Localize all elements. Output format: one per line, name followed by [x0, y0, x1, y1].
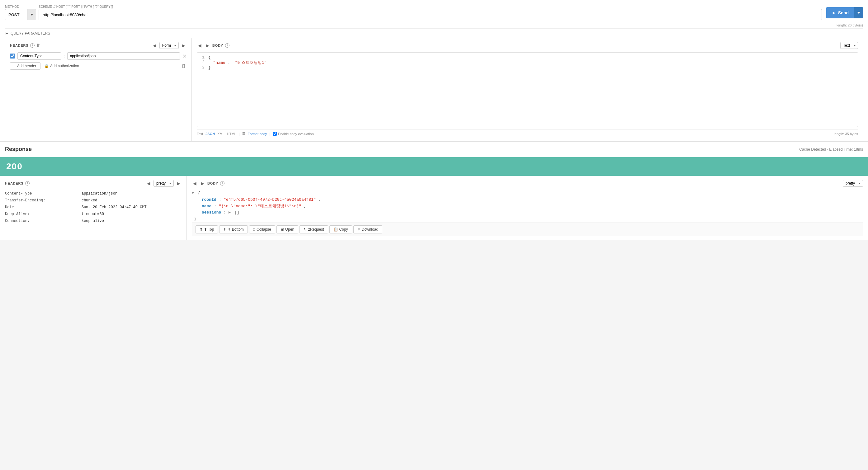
header-key-keep-alive: Keep-Alive:: [5, 211, 82, 218]
body-info-icon[interactable]: ?: [225, 43, 229, 48]
table-row: Date: Sun, 20 Feb 2022 04:47:40 GMT: [5, 204, 182, 211]
response-headers-panel-header: HEADERS ? ◀ pretty ▶: [5, 180, 182, 187]
response-headers-collapse-left[interactable]: ◀: [146, 180, 152, 187]
format-body-icon: ☰: [242, 132, 245, 136]
header-actions: + Add header 🔒 Add authorization 🗑: [10, 62, 186, 70]
code-line-3: 3 }: [199, 65, 855, 70]
download-label: Download: [362, 227, 378, 231]
method-value: POST: [5, 12, 27, 17]
response-headers-title-group: HEADERS ?: [5, 181, 30, 186]
add-header-button[interactable]: + Add header: [10, 62, 40, 70]
headers-info-icon[interactable]: ?: [30, 43, 35, 48]
method-section: METHOD POST: [5, 5, 36, 20]
response-body-label: BODY: [207, 182, 218, 185]
query-params-bar[interactable]: ► QUERY PARAMETERS: [5, 28, 863, 38]
header-separator: :: [63, 54, 65, 59]
method-dropdown-button[interactable]: [27, 9, 36, 20]
header-val-transfer-encoding: chunked: [82, 197, 182, 204]
response-body-line-open: ▼ {: [192, 190, 863, 197]
add-auth-label: Add authorization: [50, 64, 79, 68]
method-select[interactable]: POST: [5, 9, 36, 20]
headers-format-select[interactable]: Form: [159, 42, 179, 49]
send-button[interactable]: ► Send: [826, 7, 854, 19]
top-label: ⬆ Top: [204, 227, 214, 231]
code-line-1: 1 {: [199, 55, 855, 60]
enable-body-checkbox[interactable]: [273, 132, 277, 136]
table-row: Content-Type: application/json: [5, 190, 182, 197]
enable-body-text: Enable body evaluation: [278, 132, 313, 136]
response-body-panel-header: ◀ ▶ BODY ? pretty: [192, 180, 863, 187]
table-row: Connection: keep-alive: [5, 218, 182, 224]
body-label: BODY: [212, 43, 223, 47]
to-request-button[interactable]: ↻ 2Request: [300, 225, 328, 233]
body-collapse-left-button[interactable]: ◀: [197, 42, 203, 49]
body-type-text[interactable]: Text: [197, 132, 203, 136]
body-collapse-right-button[interactable]: ▶: [205, 42, 211, 49]
header-val-keep-alive: timeout=60: [82, 211, 182, 218]
response-toolbar: ⬆ ⬆ Top ⬇ ⬇ Bottom □ Collapse ▣ Open ↻: [192, 223, 863, 236]
response-body-info-icon[interactable]: ?: [220, 181, 224, 186]
sessions-expand-icon[interactable]: ►: [228, 211, 231, 215]
collapse-arrow-icon[interactable]: ▼: [192, 191, 194, 195]
headers-delete-button[interactable]: 🗑: [182, 63, 186, 69]
header-key-transfer-encoding: Transfer-Encoding:: [5, 197, 82, 204]
copy-button[interactable]: 📋 Copy: [330, 225, 352, 233]
format-body-link[interactable]: Format body: [248, 132, 267, 136]
header-remove-button[interactable]: ✕: [182, 53, 186, 59]
body-type-html[interactable]: HTML: [227, 132, 236, 136]
body-type-xml[interactable]: XML: [217, 132, 224, 136]
top-button[interactable]: ⬆ ⬆ Top: [195, 225, 218, 233]
response-title: Response: [5, 146, 32, 153]
header-key-input[interactable]: [18, 52, 61, 60]
open-button[interactable]: ▣ Open: [276, 225, 298, 233]
copy-label: Copy: [339, 227, 348, 231]
response-body-sessions: sessions : ► []: [192, 210, 863, 216]
copy-icon: 📋: [334, 227, 338, 231]
url-section: SCHEME :// HOST [ ":" PORT ] [ PATH [ "?…: [39, 5, 822, 20]
to-request-label: 2Request: [308, 227, 324, 231]
add-authorization-button[interactable]: 🔒 Add authorization: [44, 64, 79, 68]
headers-collapse-left-button[interactable]: ◀: [152, 42, 158, 49]
header-val-connection: keep-alive: [82, 218, 182, 224]
headers-panel: HEADERS ? ⇵ ◀ Form ▶ : ✕: [5, 38, 192, 141]
header-value-input[interactable]: [67, 52, 180, 60]
headers-sort-icon[interactable]: ⇵: [36, 43, 40, 48]
response-headers-collapse-right[interactable]: ▶: [176, 180, 182, 187]
response-body-format-select[interactable]: pretty: [843, 180, 863, 187]
enable-body-label[interactable]: Enable body evaluation: [273, 132, 313, 136]
header-key-connection: Connection:: [5, 218, 82, 224]
response-body-collapse-left[interactable]: ◀: [192, 180, 198, 187]
response-headers-info-icon[interactable]: ?: [25, 181, 30, 186]
body-format-select[interactable]: Text: [840, 42, 858, 49]
response-headers-format-select[interactable]: pretty: [154, 180, 174, 187]
send-dropdown-button[interactable]: [854, 7, 863, 19]
body-footer: Text JSON XML HTML | ☰ Format body | Ena…: [197, 129, 858, 137]
headers-label: HEADERS: [10, 43, 28, 47]
collapse-label: Collapse: [256, 227, 271, 231]
headers-collapse-right-button[interactable]: ▶: [181, 42, 186, 49]
collapse-button[interactable]: □ Collapse: [249, 225, 275, 233]
headers-title-group: HEADERS ? ⇵: [10, 43, 40, 48]
response-header-bar: Response Cache Detected · Elapsed Time: …: [0, 142, 868, 157]
bottom-label: ⬇ Bottom: [227, 227, 244, 231]
collapse-icon: □: [253, 227, 255, 231]
url-input[interactable]: http://localhost:8080/chat: [39, 9, 822, 20]
send-section: x ► Send: [825, 7, 863, 19]
response-headers-label: HEADERS: [5, 182, 23, 185]
body-editor[interactable]: 1 { 2 "name": "테스트채팅방1" 3 }: [197, 52, 858, 127]
scheme-label: SCHEME :// HOST [ ":" PORT ] [ PATH [ "?…: [39, 5, 822, 8]
bottom-button[interactable]: ⬇ ⬇ Bottom: [219, 225, 248, 233]
header-checkbox[interactable]: [10, 54, 15, 59]
request-panel: METHOD POST SCHEME :// HOST [ ":" PORT ]…: [0, 0, 868, 142]
request-panels: HEADERS ? ⇵ ◀ Form ▶ : ✕: [5, 38, 863, 141]
body-panel: ◀ ▶ BODY ? Text 1 { 2: [192, 38, 863, 141]
status-bar: 200: [0, 157, 868, 176]
download-icon: ⇓: [358, 227, 361, 231]
download-button[interactable]: ⇓ Download: [353, 225, 382, 233]
header-key-date: Date:: [5, 204, 82, 211]
response-section: Response Cache Detected · Elapsed Time: …: [0, 142, 868, 240]
body-type-json[interactable]: JSON: [206, 132, 215, 136]
response-body-collapse-right[interactable]: ▶: [199, 180, 206, 187]
header-row: : ✕: [10, 52, 186, 60]
header-val-content-type: application/json: [82, 190, 182, 197]
